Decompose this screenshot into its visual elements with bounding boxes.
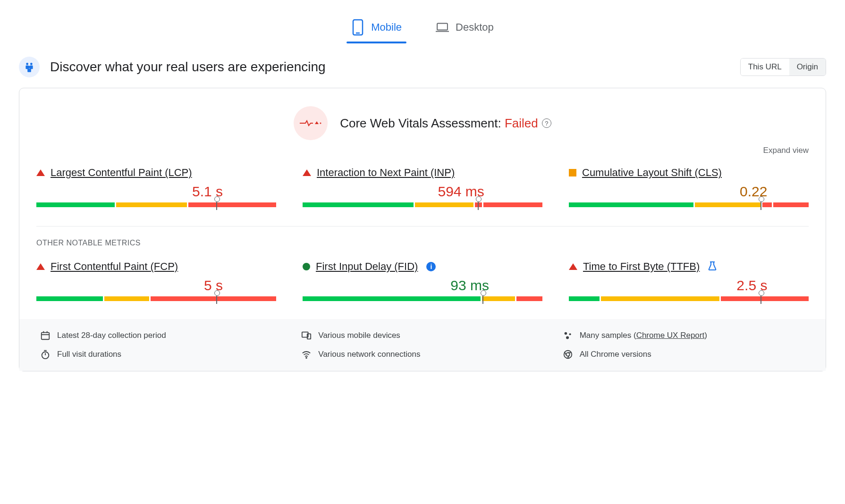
svg-rect-13	[42, 333, 50, 340]
svg-point-19	[564, 332, 567, 335]
info-icon[interactable]: i	[426, 262, 436, 271]
tab-mobile-label: Mobile	[371, 21, 402, 34]
help-icon[interactable]: ?	[542, 118, 551, 128]
device-tabs: Mobile Desktop	[19, 14, 826, 42]
heartbeat-icon	[294, 106, 328, 140]
footer-network: Various network connections	[318, 350, 420, 359]
data-source-footer: Latest 28-day collection period Various …	[19, 319, 826, 371]
metric-fcp: First Contentful Paint (FCP) 5 s	[36, 260, 276, 301]
vitals-card: Core Web Vitals Assessment: Failed ? Exp…	[19, 88, 826, 371]
svg-point-4	[26, 63, 28, 65]
calendar-icon	[40, 330, 51, 341]
svg-point-22	[42, 352, 49, 359]
metric-inp-name[interactable]: Interaction to Next Paint (INP)	[317, 167, 455, 179]
metric-fid-name[interactable]: First Input Delay (FID)	[316, 260, 418, 273]
svg-point-11	[320, 123, 321, 124]
triangle-red-icon	[303, 169, 311, 176]
svg-rect-9	[27, 68, 31, 72]
svg-rect-8	[30, 66, 33, 69]
metric-ttfb-bar	[569, 296, 809, 301]
metric-ttfb: Time to First Byte (TTFB) 2.5 s	[569, 260, 809, 301]
pointer-icon	[216, 294, 217, 304]
assessment-row: Core Web Vitals Assessment: Failed ?	[36, 106, 809, 140]
triangle-red-icon	[36, 263, 45, 270]
metric-fid-bar	[303, 296, 542, 301]
page-title: Discover what your real users are experi…	[50, 59, 326, 75]
desktop-icon	[436, 19, 449, 36]
metric-fid-value: 93 ms	[309, 277, 549, 294]
metric-fcp-name[interactable]: First Contentful Paint (FCP)	[51, 260, 178, 273]
footer-samples: Many samples (Chrome UX Report)	[580, 331, 707, 340]
footer-versions: All Chrome versions	[580, 350, 651, 359]
tab-mobile[interactable]: Mobile	[348, 14, 405, 42]
footer-period: Latest 28-day collection period	[57, 331, 166, 340]
metric-inp-bar	[303, 202, 542, 207]
metric-lcp: Largest Contentful Paint (LCP) 5.1 s	[36, 167, 276, 207]
scope-toggle: This URL Origin	[740, 58, 826, 76]
toggle-origin[interactable]: Origin	[789, 59, 826, 76]
flask-icon	[708, 261, 717, 273]
metric-lcp-name[interactable]: Largest Contentful Paint (LCP)	[51, 167, 192, 179]
svg-point-25	[306, 357, 307, 358]
users-icon	[19, 57, 40, 77]
samples-icon	[563, 330, 573, 341]
svg-point-5	[30, 63, 33, 65]
tab-desktop[interactable]: Desktop	[433, 14, 497, 42]
metric-cls-bar	[569, 202, 809, 207]
mobile-icon	[351, 19, 364, 36]
expand-view-link[interactable]: Expand view	[36, 146, 809, 155]
pointer-icon	[760, 294, 761, 304]
pointer-icon	[478, 200, 479, 210]
metric-lcp-value: 5.1 s	[43, 184, 283, 200]
triangle-red-icon	[569, 263, 577, 270]
network-icon	[301, 349, 312, 360]
svg-point-20	[569, 333, 571, 335]
pointer-icon	[216, 200, 217, 210]
square-orange-icon	[569, 169, 576, 176]
footer-duration: Full visit durations	[57, 350, 121, 359]
divider	[36, 226, 809, 227]
pointer-icon	[760, 200, 761, 210]
assessment-label: Core Web Vitals Assessment:	[340, 116, 505, 130]
metric-inp-value: 594 ms	[309, 184, 549, 200]
chrome-icon	[563, 349, 573, 360]
metric-fid: First Input Delay (FID) i 93 ms	[303, 260, 542, 301]
svg-rect-7	[25, 66, 29, 69]
toggle-this-url[interactable]: This URL	[741, 59, 789, 76]
metric-fcp-value: 5 s	[43, 277, 283, 294]
stopwatch-icon	[40, 349, 51, 360]
footer-devices: Various mobile devices	[318, 331, 400, 340]
svg-rect-2	[437, 23, 448, 30]
metric-inp: Interaction to Next Paint (INP) 594 ms	[303, 167, 542, 207]
circle-green-icon	[303, 263, 310, 270]
metric-fcp-bar	[36, 296, 276, 301]
assessment-status: Failed	[505, 116, 538, 130]
svg-point-21	[566, 336, 569, 339]
metric-cls-name[interactable]: Cumulative Layout Shift (CLS)	[582, 167, 722, 179]
pointer-icon	[482, 294, 483, 304]
crux-report-link[interactable]: Chrome UX Report	[636, 331, 705, 340]
devices-icon	[301, 330, 312, 341]
svg-marker-10	[315, 121, 319, 124]
triangle-red-icon	[36, 169, 45, 176]
other-metrics-label: OTHER NOTABLE METRICS	[36, 239, 809, 247]
metric-cls: Cumulative Layout Shift (CLS) 0.22	[569, 167, 809, 207]
metric-cls-value: 0.22	[575, 184, 815, 200]
metric-lcp-bar	[36, 202, 276, 207]
metric-ttfb-name[interactable]: Time to First Byte (TTFB)	[583, 260, 700, 273]
metric-ttfb-value: 2.5 s	[575, 277, 815, 294]
tab-desktop-label: Desktop	[456, 21, 494, 34]
